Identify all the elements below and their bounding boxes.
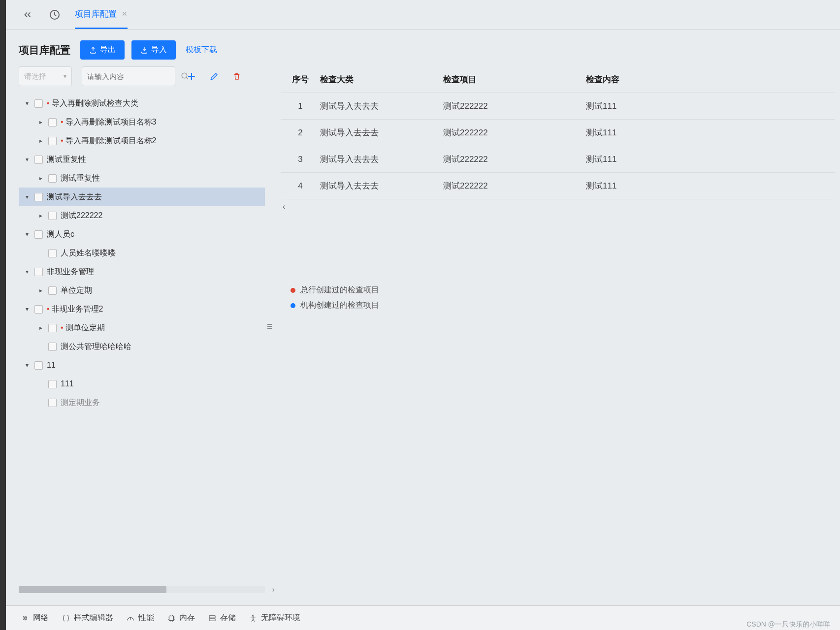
tree-toggle-icon[interactable]: ▾ <box>24 193 31 200</box>
tree-checkbox[interactable] <box>48 174 57 183</box>
tree-checkbox[interactable] <box>48 118 57 126</box>
tree-node[interactable]: 人员姓名喽喽喽 <box>19 244 265 262</box>
table-row[interactable]: 3测试导入去去去测试222222测试111 <box>281 146 835 173</box>
tree-checkbox[interactable] <box>34 156 43 164</box>
trash-icon <box>232 71 241 81</box>
tree-checkbox[interactable] <box>34 230 43 239</box>
tree-node-label: 11 <box>47 361 56 370</box>
legend: 总行创建过的检查项目 机构创建过的检查项目 <box>281 285 835 315</box>
watermark: CSDN @一只快乐的小咩咩 <box>746 620 830 629</box>
tree-checkbox[interactable] <box>34 99 43 108</box>
tree-node[interactable]: ▾测人员c <box>19 225 265 244</box>
delete-button[interactable] <box>230 70 243 83</box>
tree-checkbox[interactable] <box>48 249 57 257</box>
filter-select[interactable]: 请选择 ▾ <box>19 66 72 86</box>
devtools-accessibility[interactable]: 无障碍环境 <box>249 613 300 623</box>
tree-checkbox[interactable] <box>48 399 57 407</box>
devtools-network-label: 网络 <box>33 613 49 623</box>
devtools-network[interactable]: 网络 <box>21 613 49 623</box>
legend-red-label: 总行创建过的检查项目 <box>300 285 379 295</box>
tree-checkbox[interactable] <box>34 268 43 276</box>
import-button[interactable]: 导入 <box>131 40 176 60</box>
col-index: 序号 <box>281 74 320 85</box>
tree-node[interactable]: ▾非现业务管理2 <box>19 300 265 318</box>
legend-blue-label: 机构创建过的检查项目 <box>300 300 379 311</box>
select-placeholder: 请选择 <box>24 72 46 81</box>
braces-icon <box>62 614 70 623</box>
devtools-memory[interactable]: 内存 <box>167 613 195 623</box>
splitter-handle[interactable] <box>267 324 272 336</box>
export-icon <box>89 46 97 54</box>
tree-toggle-icon[interactable]: ▸ <box>37 324 44 331</box>
col-content: 检查内容 <box>586 74 684 85</box>
tree-checkbox[interactable] <box>48 286 57 295</box>
tab-label: 项目库配置 <box>75 8 117 20</box>
tree-node[interactable]: ▾非现业务管理 <box>19 262 265 281</box>
tree-toggle-icon[interactable]: ▾ <box>24 231 31 238</box>
devtools-storage[interactable]: 存储 <box>208 613 236 623</box>
cell-item: 测试222222 <box>443 127 586 138</box>
tree-node-label: 测试重复性 <box>61 173 100 184</box>
tree-node[interactable]: 测定期业务 <box>19 393 265 412</box>
tab-bar: 项目库配置 ✕ <box>6 0 840 30</box>
edit-button[interactable] <box>208 70 221 83</box>
tree-node[interactable]: 测公共管理哈哈哈哈 <box>19 337 265 356</box>
table: 序号 检查大类 检查项目 检查内容 1测试导入去去去测试222222测试1112… <box>281 66 835 199</box>
collapse-sidebar-button[interactable] <box>21 8 34 22</box>
add-button[interactable]: + <box>185 70 198 83</box>
tree-node[interactable]: ▸单位定期 <box>19 281 265 300</box>
tree-toggle-icon[interactable]: ▸ <box>37 119 44 126</box>
tree-toggle-icon[interactable]: ▾ <box>24 362 31 369</box>
tree-checkbox[interactable] <box>34 193 43 201</box>
right-panel: 序号 检查大类 检查项目 检查内容 1测试导入去去去测试222222测试1112… <box>275 66 835 593</box>
tree-checkbox[interactable] <box>34 305 43 314</box>
tree-node[interactable]: ▾导入再删除测试检查大类 <box>19 94 265 113</box>
table-header: 序号 检查大类 检查项目 检查内容 <box>281 66 835 93</box>
tree-node[interactable]: ▾测试导入去去去 <box>19 188 265 206</box>
tree-toggle-icon[interactable]: ▾ <box>24 306 31 313</box>
page-header: 项目库配置 导出 导入 模板下载 <box>6 30 840 66</box>
scroll-thumb[interactable] <box>19 586 166 593</box>
tree-toggle-icon[interactable]: ▸ <box>37 212 44 219</box>
table-row[interactable]: 2测试导入去去去测试222222测试111 <box>281 120 835 146</box>
devtools-style-editor[interactable]: 样式编辑器 <box>62 613 113 623</box>
tree-node[interactable]: ▾11 <box>19 356 265 375</box>
tree-toggle-icon[interactable]: ▾ <box>24 268 31 275</box>
main-area: 项目库配置 ✕ 项目库配置 导出 导入 模板下载 请选择 ▾ <box>6 0 840 605</box>
close-icon[interactable]: ✕ <box>122 10 128 18</box>
tree-checkbox[interactable] <box>48 137 57 145</box>
tab-project-library-config[interactable]: 项目库配置 ✕ <box>75 0 128 29</box>
history-button[interactable] <box>47 7 62 22</box>
tree-node[interactable]: ▸测试222222 <box>19 206 265 225</box>
tree-node[interactable]: ▸测单位定期 <box>19 318 265 337</box>
tree-node-label: 111 <box>61 379 74 388</box>
tree-toggle-icon[interactable]: ▸ <box>37 287 44 294</box>
cell-item: 测试222222 <box>443 154 586 165</box>
tree-toggle-icon[interactable]: ▸ <box>37 175 44 182</box>
tree-node[interactable]: 111 <box>19 375 265 393</box>
template-download-link[interactable]: 模板下载 <box>186 45 217 55</box>
tree-toggle-icon[interactable]: ▸ <box>37 137 44 144</box>
table-row[interactable]: 4测试导入去去去测试222222测试111 <box>281 173 835 199</box>
export-button[interactable]: 导出 <box>80 40 125 60</box>
search-input[interactable] <box>87 72 181 81</box>
tree-node[interactable]: ▸导入再删除测试项目名称2 <box>19 131 265 150</box>
tree-node[interactable]: ▾测试重复性 <box>19 150 265 169</box>
table-scroll-left-arrow[interactable]: ‹ <box>281 202 835 211</box>
tree-node[interactable]: ▸导入再删除测试项目名称3 <box>19 113 265 131</box>
tree-checkbox[interactable] <box>48 380 57 388</box>
svg-rect-3 <box>209 615 215 618</box>
tree-checkbox[interactable] <box>48 212 57 220</box>
body-split: 请选择 ▾ + ▾导入再删除测试检查大类▸导入再删除测试项目名称3▸导入再 <box>6 66 840 593</box>
table-row[interactable]: 1测试导入去去去测试222222测试111 <box>281 93 835 120</box>
tree-h-scrollbar[interactable]: › <box>19 586 265 593</box>
scroll-right-arrow[interactable]: › <box>272 585 275 594</box>
tree-toggle-icon[interactable]: ▾ <box>24 156 31 163</box>
cell-content: 测试111 <box>586 127 684 138</box>
tree-checkbox[interactable] <box>48 324 57 332</box>
devtools-performance[interactable]: 性能 <box>126 613 154 623</box>
tree-node[interactable]: ▸测试重复性 <box>19 169 265 188</box>
tree-checkbox[interactable] <box>34 361 43 370</box>
tree-toggle-icon[interactable]: ▾ <box>24 100 31 107</box>
tree-checkbox[interactable] <box>48 343 57 351</box>
